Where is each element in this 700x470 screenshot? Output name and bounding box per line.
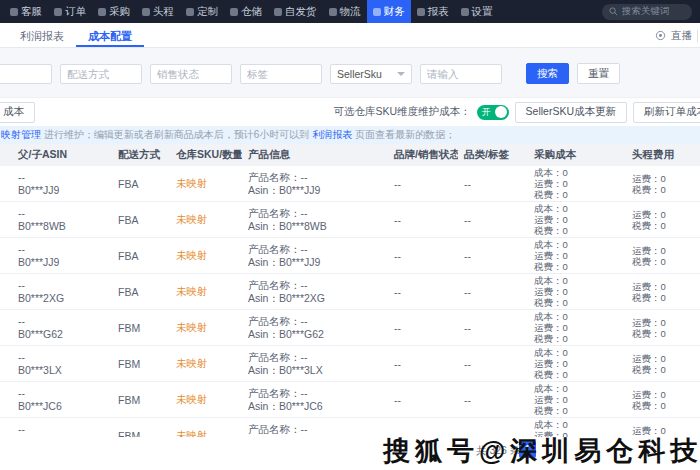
cell-warehouse-sku: 未映射 bbox=[170, 393, 242, 407]
nav-item-icon bbox=[230, 8, 238, 16]
nav-item-0[interactable]: 客服 bbox=[4, 0, 48, 23]
cost-table-wrap: 父/子ASIN配送方式仓库SKU/数量产品信息品牌/销售状态品类/标签采购成本头… bbox=[0, 144, 700, 437]
unmapped-link[interactable]: 未映射 bbox=[176, 429, 208, 438]
notice-bar: 映射管理 进行维护；编辑更新或者刷新商品成本后，预计6小时可以到 利润报表 页面… bbox=[0, 126, 700, 144]
cost-toolbar: 成本 可选仓库SKU维度维护成本： 开 SellerSKU成本更新 刷新订单成本 bbox=[0, 98, 700, 126]
nav-item-7[interactable]: 物流 bbox=[323, 0, 367, 23]
filter-input-cut[interactable] bbox=[0, 64, 52, 84]
product-info-line: 产品名称：-- bbox=[248, 243, 382, 256]
unmapped-link[interactable]: 未映射 bbox=[176, 285, 208, 297]
purchase-cost-line: 运费：0 bbox=[534, 286, 620, 297]
unmapped-link[interactable]: 未映射 bbox=[176, 177, 208, 189]
cell-delivery-method: FBM bbox=[112, 358, 170, 370]
cell-warehouse-sku: 未映射 bbox=[170, 249, 242, 263]
sellersku-cost-update-button[interactable]: SellerSKU成本更新 bbox=[515, 102, 627, 123]
cell-product-info: 产品名称：--Asin：B0***G62 bbox=[242, 315, 388, 341]
asin-child: B0***JJ9 bbox=[18, 256, 106, 269]
unmapped-link[interactable]: 未映射 bbox=[176, 213, 208, 225]
product-info-line: 产品名称：-- bbox=[248, 351, 382, 364]
unmapped-link[interactable]: 未映射 bbox=[176, 357, 208, 369]
product-info-line: Asin：B0***2XG bbox=[248, 292, 382, 305]
toggle-knob bbox=[495, 106, 507, 118]
cell-first-leg-cost: 运费：0税费：0 bbox=[626, 353, 700, 375]
nav-item-icon bbox=[98, 8, 106, 16]
first-leg-line: 税费：0 bbox=[632, 256, 700, 267]
asin-parent: -- bbox=[18, 351, 106, 364]
nav-item-1[interactable]: 订单 bbox=[48, 0, 92, 23]
cell-delivery-method: FBM bbox=[112, 322, 170, 334]
cell-delivery-method: FBA bbox=[112, 178, 170, 190]
live-icon[interactable] bbox=[655, 30, 666, 41]
header-cell-3: 仓库SKU/数量 bbox=[170, 148, 242, 162]
cell-brand-status: -- bbox=[388, 250, 458, 262]
product-info-line: 产品名称：-- bbox=[248, 279, 382, 292]
cell-product-info: 产品名称：--Asin：B0***3LX bbox=[242, 351, 388, 377]
nav-item-6[interactable]: 自发货 bbox=[268, 0, 323, 23]
nav-item-5[interactable]: 仓储 bbox=[224, 0, 268, 23]
nav-item-9[interactable]: 报表 bbox=[411, 0, 455, 23]
header-cell-2: 配送方式 bbox=[112, 148, 170, 162]
cell-purchase-cost: 成本：0运费：0税费：0 bbox=[528, 275, 626, 308]
nav-search[interactable]: 搜索关键词 bbox=[602, 4, 692, 20]
header-cell-6: 品类/标签 bbox=[458, 148, 528, 162]
cell-asin: --B0***JC6 bbox=[12, 387, 112, 413]
purchase-cost-line: 运费：0 bbox=[534, 394, 620, 405]
cell-warehouse-sku: 未映射 bbox=[170, 429, 242, 438]
purchase-cost-line: 成本：0 bbox=[534, 239, 620, 250]
purchase-cost-line: 成本：0 bbox=[534, 203, 620, 214]
nav-item-2[interactable]: 采购 bbox=[92, 0, 136, 23]
nav-item-icon bbox=[373, 8, 381, 16]
unmapped-link[interactable]: 未映射 bbox=[176, 249, 208, 261]
filter-input-tag[interactable] bbox=[240, 64, 322, 84]
nav-item-3[interactable]: 头程 bbox=[136, 0, 180, 23]
profit-report-link[interactable]: 利润报表 bbox=[312, 129, 352, 140]
asin-child: B0***G62 bbox=[18, 328, 106, 341]
reset-button[interactable]: 重置 bbox=[577, 63, 620, 84]
search-button[interactable]: 搜索 bbox=[526, 63, 569, 84]
tab-profit-report[interactable]: 利润报表 bbox=[8, 23, 76, 47]
cell-product-info: 产品名称：--Asin：B0***JJ9 bbox=[242, 171, 388, 197]
unmapped-link[interactable]: 未映射 bbox=[176, 393, 208, 405]
keyword-input[interactable] bbox=[420, 64, 502, 84]
asin-child: -- bbox=[18, 436, 106, 438]
nav-item-icon bbox=[54, 8, 62, 16]
notice-text-2: 页面查看最新的数据； bbox=[352, 129, 455, 140]
cell-first-leg-cost: 运费：0税费：0 bbox=[626, 317, 700, 339]
nav-item-icon bbox=[186, 8, 194, 16]
table-row: --B0***G62FBM未映射产品名称：--Asin：B0***G62----… bbox=[0, 310, 700, 346]
table-body: --B0***JJ9FBA未映射产品名称：--Asin：B0***JJ9----… bbox=[0, 166, 700, 437]
asin-parent: -- bbox=[18, 171, 106, 184]
first-leg-line: 运费：0 bbox=[632, 209, 700, 220]
filter-input-sales-status[interactable] bbox=[150, 64, 232, 84]
nav-item-label: 自发货 bbox=[285, 5, 317, 19]
tab-cost-config[interactable]: 成本配置 bbox=[76, 23, 144, 47]
cell-asin: --B0***G62 bbox=[12, 315, 112, 341]
live-label[interactable]: 直播 bbox=[671, 29, 692, 43]
refresh-order-cost-button[interactable]: 刷新订单成本 bbox=[633, 102, 700, 123]
nav-item-4[interactable]: 定制 bbox=[180, 0, 224, 23]
nav-item-10[interactable]: 设置 bbox=[455, 0, 499, 23]
nav-item-label: 定制 bbox=[197, 5, 218, 19]
mapping-manage-link[interactable]: 映射管理 bbox=[1, 129, 41, 140]
nav-item-icon bbox=[417, 8, 425, 16]
filter-input-delivery[interactable] bbox=[60, 64, 142, 84]
first-leg-line: 运费：0 bbox=[632, 245, 700, 256]
nav-item-icon bbox=[329, 8, 337, 16]
product-info-line: Asin：B0***JJ9 bbox=[248, 184, 382, 197]
nav-item-8[interactable]: 财务 bbox=[367, 0, 411, 23]
purchase-cost-line: 运费：0 bbox=[534, 178, 620, 189]
asin-parent: -- bbox=[18, 207, 106, 220]
sellersku-select[interactable]: SellerSku bbox=[330, 64, 412, 84]
cell-product-info: 产品名称：--Asin：B0***JJ9 bbox=[242, 243, 388, 269]
warehouse-sku-toggle[interactable]: 开 bbox=[477, 105, 509, 120]
tabbar-right-tools: 直播 bbox=[655, 23, 698, 48]
cost-button[interactable]: 成本 bbox=[0, 102, 35, 123]
asin-parent: -- bbox=[18, 387, 106, 400]
cell-purchase-cost: 成本：0运费：0税费：0 bbox=[528, 383, 626, 416]
cell-asin: --B0***JJ9 bbox=[12, 171, 112, 197]
purchase-cost-line: 运费：0 bbox=[534, 358, 620, 369]
product-info-line: Asin：B0***JC6 bbox=[248, 400, 382, 413]
cell-category-tag: -- bbox=[458, 394, 528, 406]
purchase-cost-line: 运费：0 bbox=[534, 250, 620, 261]
unmapped-link[interactable]: 未映射 bbox=[176, 321, 208, 333]
